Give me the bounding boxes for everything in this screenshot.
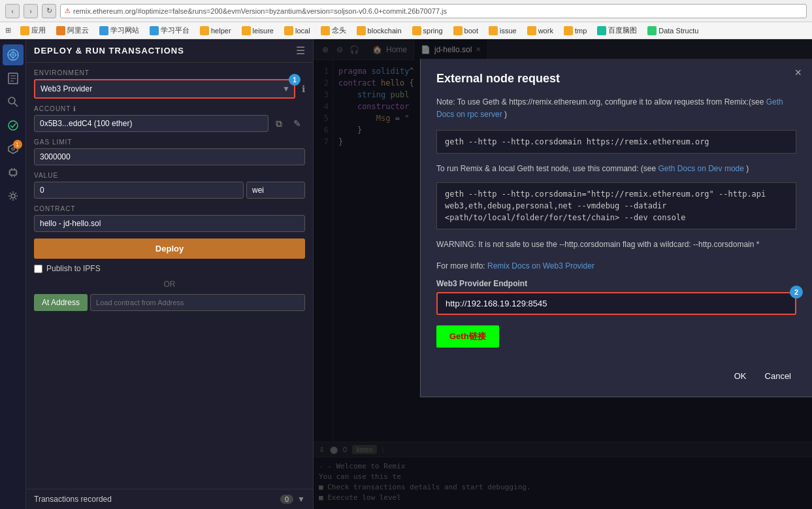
or-divider: OR xyxy=(34,280,305,289)
publish-ipfs-checkbox[interactable] xyxy=(34,265,42,273)
contract-select[interactable]: hello - jd-hello.sol xyxy=(34,215,305,232)
bookmark-boot[interactable]: boot xyxy=(449,25,482,37)
modal-section2: To run Remix & a local Geth test node, u… xyxy=(436,163,796,175)
bookmark-issue[interactable]: issue xyxy=(485,25,521,37)
url-text: remix.ethereum.org/#optimize=false&runs=… xyxy=(73,7,447,15)
bookmark-study1[interactable]: 学习网站 xyxy=(95,24,143,37)
unit-select[interactable]: wei gwei finney ether xyxy=(246,182,305,199)
bookmark-icon xyxy=(453,26,463,35)
svg-line-9 xyxy=(14,103,18,107)
plugin-badge: 1 xyxy=(13,140,22,149)
bookmark-leisure[interactable]: leisure xyxy=(238,25,278,37)
browser-bar: ‹ › ↻ ⚠ remix.ethereum.org/#optimize=fal… xyxy=(0,0,812,22)
transactions-row: Transactions recorded 0 ▼ xyxy=(26,489,313,509)
at-address-input[interactable] xyxy=(90,294,305,311)
environment-badge: 1 xyxy=(289,74,300,86)
bookmark-icon xyxy=(284,26,293,35)
svg-point-8 xyxy=(8,97,15,104)
gas-limit-label: GAS LIMIT xyxy=(34,139,305,146)
command2-block: geth --http --http.corsdomain="http://re… xyxy=(436,182,796,229)
sidebar-item-settings[interactable] xyxy=(3,186,24,206)
value-row: wei gwei finney ether xyxy=(34,182,305,199)
account-field-group: ACCOUNT ℹ 0x5B3...eddC4 (100 ether) ⧉ ✎ xyxy=(34,105,305,132)
edit-account-button[interactable]: ✎ xyxy=(289,116,305,131)
account-label: ACCOUNT ℹ xyxy=(34,105,305,112)
apps-icon: ⊞ xyxy=(5,26,11,35)
bookmark-icon xyxy=(200,26,209,35)
gas-limit-input[interactable] xyxy=(34,148,305,165)
modal-ok-button[interactable]: OK xyxy=(729,369,752,384)
security-icon: ⚠ xyxy=(65,7,71,14)
bookmark-tmp[interactable]: tmp xyxy=(560,25,591,37)
geth-button[interactable]: Geth链接 xyxy=(436,325,499,348)
contract-label: CONTRACT xyxy=(34,205,305,212)
transactions-expand-icon[interactable]: ▼ xyxy=(297,495,305,504)
deploy-panel: DEPLOY & RUN TRANSACTIONS ☰ ENVIRONMENT … xyxy=(26,39,314,509)
geth-dev-link[interactable]: Geth Docs on Dev mode xyxy=(658,164,744,173)
forward-button[interactable]: › xyxy=(24,4,38,18)
deploy-button[interactable]: Deploy xyxy=(34,238,305,259)
gas-limit-field-group: GAS LIMIT xyxy=(34,139,305,165)
value-input[interactable] xyxy=(34,182,244,199)
environment-label: ENVIRONMENT xyxy=(34,69,305,76)
environment-field-group: ENVIRONMENT Web3 Provider JavaScript VM … xyxy=(34,69,305,99)
sidebar-item-verify[interactable] xyxy=(3,115,24,136)
svg-point-12 xyxy=(12,148,14,150)
more-info-section: For more info: Remix Docs on Web3 Provid… xyxy=(436,260,796,272)
bookmarks-bar: ⊞ 应用 阿里云 学习网站 学习平台 helper leisure local … xyxy=(0,22,812,39)
bookmark-apps[interactable]: 应用 xyxy=(16,24,50,37)
bookmark-baidu[interactable]: 百度脑图 xyxy=(593,24,641,37)
sidebar-icons: 1 xyxy=(0,39,26,509)
bookmark-niantou[interactable]: 念头 xyxy=(317,24,350,37)
environment-select[interactable]: Web3 Provider JavaScript VM Injected Web… xyxy=(34,79,295,99)
bookmark-icon xyxy=(489,26,498,35)
bookmark-spring[interactable]: spring xyxy=(408,25,447,37)
modal-actions: OK Cancel xyxy=(436,369,796,384)
sidebar-item-home[interactable] xyxy=(3,44,24,65)
transactions-label: Transactions recorded xyxy=(34,495,112,504)
endpoint-input[interactable] xyxy=(436,292,796,315)
publish-row: Publish to IPFS xyxy=(34,264,305,273)
deploy-header: DEPLOY & RUN TRANSACTIONS ☰ xyxy=(26,39,313,63)
endpoint-label: Web3 Provider Endpoint xyxy=(436,279,796,288)
publish-ipfs-label: Publish to IPFS xyxy=(46,264,101,273)
endpoint-input-wrapper: 2 xyxy=(436,292,796,315)
account-select[interactable]: 0x5B3...eddC4 (100 ether) xyxy=(34,115,268,132)
code-area: ⊕ ⊖ 🎧 🏠 Home 📄 jd-hello.sol ✕ 1 2 3 4 5 xyxy=(314,39,812,509)
geth-button-label: Geth链接 xyxy=(449,331,486,341)
refresh-button[interactable]: ↻ xyxy=(42,4,56,18)
value-field-group: VALUE wei gwei finney ether xyxy=(34,172,305,199)
web3-provider-link[interactable]: Remix Docs on Web3 Provider xyxy=(487,261,594,271)
endpoint-badge: 2 xyxy=(790,286,803,299)
main-area: 1 DEPLOY & RUN TRANSACTIONS xyxy=(0,39,812,509)
deploy-menu-icon[interactable]: ☰ xyxy=(296,44,305,57)
bookmark-icon xyxy=(647,26,657,35)
modal-cancel-button[interactable]: Cancel xyxy=(760,369,796,384)
transactions-count: 0 xyxy=(280,495,293,504)
sidebar-item-files[interactable] xyxy=(3,68,24,89)
svg-point-10 xyxy=(8,121,18,130)
account-info-icon[interactable]: ℹ xyxy=(73,105,76,112)
bookmark-work[interactable]: work xyxy=(523,25,557,37)
command1-block: geth --http --http.corsdomain https://re… xyxy=(436,130,796,154)
bookmark-helper[interactable]: helper xyxy=(196,25,235,37)
at-address-row: At Address xyxy=(34,294,305,311)
bookmark-datastructu[interactable]: Data Structu xyxy=(643,25,702,37)
bookmark-local[interactable]: local xyxy=(280,25,314,37)
bookmark-icon xyxy=(56,26,65,35)
back-button[interactable]: ‹ xyxy=(5,4,20,18)
bookmark-study2[interactable]: 学习平台 xyxy=(146,24,193,37)
copy-account-button[interactable]: ⧉ xyxy=(271,116,287,131)
sidebar-item-debug[interactable] xyxy=(3,162,24,183)
bookmark-icon xyxy=(321,26,330,35)
sidebar-item-plugins[interactable]: 1 xyxy=(3,139,24,159)
sidebar-item-search[interactable] xyxy=(3,91,24,112)
at-address-button[interactable]: At Address xyxy=(34,294,88,311)
bookmark-blockchain[interactable]: blockchain xyxy=(353,25,406,37)
bookmark-aliyun[interactable]: 阿里云 xyxy=(52,24,93,37)
environment-info-icon[interactable]: ℹ xyxy=(302,84,305,94)
modal-note: Note: To use Geth & https://remix.ethere… xyxy=(436,96,796,121)
account-row: 0x5B3...eddC4 (100 ether) ⧉ ✎ xyxy=(34,115,305,132)
url-bar[interactable]: ⚠ remix.ethereum.org/#optimize=false&run… xyxy=(60,4,807,18)
modal-close-button[interactable]: × xyxy=(794,67,802,78)
